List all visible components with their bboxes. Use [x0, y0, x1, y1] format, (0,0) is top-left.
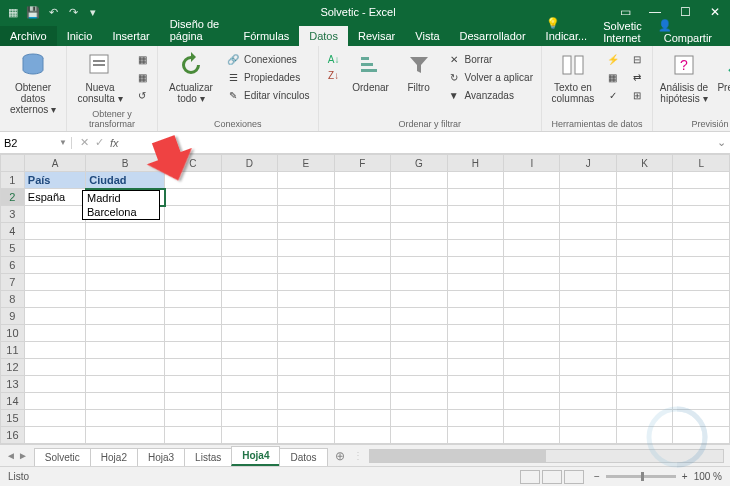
cell-H3[interactable]: [447, 206, 504, 223]
whatif-button[interactable]: ? Análisis de hipótesis ▾: [659, 49, 709, 104]
new-query-button[interactable]: Nueva consulta ▾: [73, 49, 127, 104]
cell-C5[interactable]: [165, 240, 222, 257]
tab-file[interactable]: Archivo: [0, 26, 57, 46]
cell-K8[interactable]: [616, 291, 673, 308]
cell-I15[interactable]: [504, 410, 560, 427]
cell-H7[interactable]: [447, 274, 504, 291]
sheet-next-icon[interactable]: ►: [18, 450, 28, 461]
tab-page-layout[interactable]: Diseño de página: [160, 14, 234, 46]
row-header-15[interactable]: 15: [1, 410, 25, 427]
cell-E9[interactable]: [278, 308, 335, 325]
cell-G11[interactable]: [391, 342, 448, 359]
cell-H15[interactable]: [447, 410, 504, 427]
cell-D12[interactable]: [221, 359, 278, 376]
cell-K6[interactable]: [616, 257, 673, 274]
spreadsheet-grid[interactable]: ABCDEFGHIJKL1PaísCiudad2España▼345678910…: [0, 154, 730, 444]
cell-F7[interactable]: [334, 274, 390, 291]
cell-D14[interactable]: [221, 393, 278, 410]
cell-D7[interactable]: [221, 274, 278, 291]
cell-E13[interactable]: [278, 376, 335, 393]
cell-G10[interactable]: [391, 325, 448, 342]
cell-I5[interactable]: [504, 240, 560, 257]
cell-D2[interactable]: [221, 189, 278, 206]
data-validation-button[interactable]: ✓: [604, 87, 622, 103]
cell-F2[interactable]: [334, 189, 390, 206]
cell-K7[interactable]: [616, 274, 673, 291]
cell-I6[interactable]: [504, 257, 560, 274]
cell-J13[interactable]: [560, 376, 616, 393]
cell-D8[interactable]: [221, 291, 278, 308]
dropdown-item[interactable]: Barcelona: [83, 205, 159, 219]
cell-I12[interactable]: [504, 359, 560, 376]
cell-G16[interactable]: [391, 427, 448, 444]
zoom-level[interactable]: 100 %: [694, 471, 722, 482]
cell-G6[interactable]: [391, 257, 448, 274]
cell-A8[interactable]: [24, 291, 85, 308]
tab-insert[interactable]: Insertar: [102, 26, 159, 46]
sheet-tab-listas[interactable]: Listas: [184, 448, 232, 466]
cell-E3[interactable]: [278, 206, 335, 223]
cell-K10[interactable]: [616, 325, 673, 342]
column-header-F[interactable]: F: [334, 155, 390, 172]
connections-button[interactable]: 🔗Conexiones: [224, 51, 312, 67]
cell-I9[interactable]: [504, 308, 560, 325]
cell-L2[interactable]: [673, 189, 730, 206]
cell-J1[interactable]: [560, 172, 616, 189]
row-header-7[interactable]: 7: [1, 274, 25, 291]
cell-D11[interactable]: [221, 342, 278, 359]
column-header-D[interactable]: D: [221, 155, 278, 172]
consolidate-button[interactable]: ⊟: [628, 51, 646, 67]
cell-H8[interactable]: [447, 291, 504, 308]
cell-G13[interactable]: [391, 376, 448, 393]
cell-G14[interactable]: [391, 393, 448, 410]
cell-C13[interactable]: [165, 376, 222, 393]
cell-K5[interactable]: [616, 240, 673, 257]
cell-L13[interactable]: [673, 376, 730, 393]
zoom-control[interactable]: −+ 100 %: [594, 471, 722, 482]
cell-C11[interactable]: [165, 342, 222, 359]
cell-B7[interactable]: [86, 274, 165, 291]
cell-G15[interactable]: [391, 410, 448, 427]
column-header-H[interactable]: H: [447, 155, 504, 172]
cell-L10[interactable]: [673, 325, 730, 342]
cell-G5[interactable]: [391, 240, 448, 257]
cell-L5[interactable]: [673, 240, 730, 257]
properties-button[interactable]: ☰Propiedades: [224, 69, 312, 85]
cell-K11[interactable]: [616, 342, 673, 359]
cell-A9[interactable]: [24, 308, 85, 325]
cell-A3[interactable]: [24, 206, 85, 223]
cell-L15[interactable]: [673, 410, 730, 427]
cell-I14[interactable]: [504, 393, 560, 410]
cell-F13[interactable]: [334, 376, 390, 393]
cell-F8[interactable]: [334, 291, 390, 308]
from-table-button[interactable]: ▦: [133, 69, 151, 85]
fx-icon[interactable]: fx: [110, 137, 119, 149]
cell-A14[interactable]: [24, 393, 85, 410]
cell-J7[interactable]: [560, 274, 616, 291]
cell-E15[interactable]: [278, 410, 335, 427]
row-header-2[interactable]: 2: [1, 189, 25, 206]
cell-H1[interactable]: [447, 172, 504, 189]
column-header-A[interactable]: A: [24, 155, 85, 172]
column-header-B[interactable]: B: [86, 155, 165, 172]
cell-J6[interactable]: [560, 257, 616, 274]
cell-B8[interactable]: [86, 291, 165, 308]
cell-L6[interactable]: [673, 257, 730, 274]
cell-H9[interactable]: [447, 308, 504, 325]
cell-J11[interactable]: [560, 342, 616, 359]
edit-links-button[interactable]: ✎Editar vínculos: [224, 87, 312, 103]
cell-L17[interactable]: [673, 444, 730, 445]
cell-K3[interactable]: [616, 206, 673, 223]
row-header-13[interactable]: 13: [1, 376, 25, 393]
cell-B9[interactable]: [86, 308, 165, 325]
cell-C15[interactable]: [165, 410, 222, 427]
cell-A1[interactable]: País: [24, 172, 85, 189]
cell-B15[interactable]: [86, 410, 165, 427]
cell-C1[interactable]: [165, 172, 222, 189]
cell-C3[interactable]: [165, 206, 222, 223]
cell-C8[interactable]: [165, 291, 222, 308]
cell-H4[interactable]: [447, 223, 504, 240]
cell-E7[interactable]: [278, 274, 335, 291]
column-header-I[interactable]: I: [504, 155, 560, 172]
cell-I1[interactable]: [504, 172, 560, 189]
